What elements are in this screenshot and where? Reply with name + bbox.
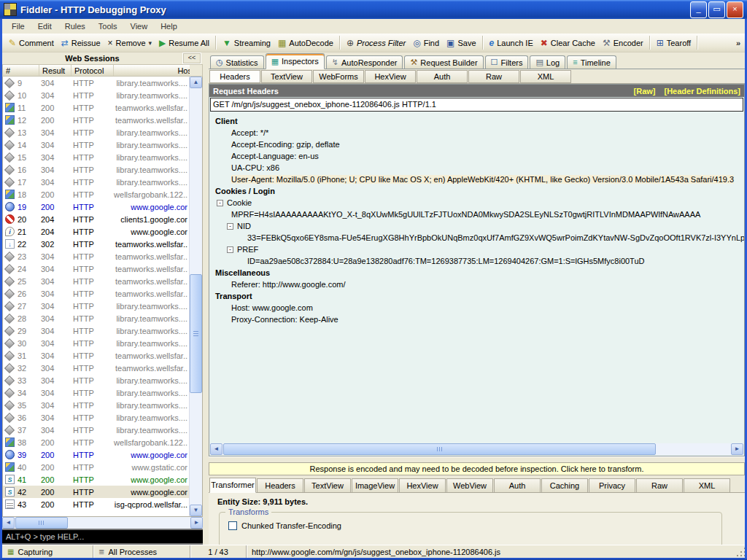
- session-row[interactable]: S42200HTTPwww.google.cor: [3, 486, 189, 498]
- header-item[interactable]: Referer: http://www.google.com/: [209, 279, 744, 290]
- request-tab-hexview[interactable]: HexView: [365, 70, 416, 83]
- request-tab-xml[interactable]: XML: [520, 70, 571, 83]
- tab-inspectors[interactable]: ▦Inspectors: [266, 53, 325, 69]
- collapse-expander-icon[interactable]: -: [227, 246, 233, 253]
- collapse-expander-icon[interactable]: -: [217, 200, 223, 206]
- column-host[interactable]: Host: [114, 65, 190, 76]
- header-item[interactable]: -PREF: [209, 244, 744, 255]
- toolbar-resume-all-button[interactable]: ▶Resume All: [155, 37, 213, 49]
- header-item[interactable]: UA-CPU: x86: [209, 162, 744, 174]
- tab-statistics[interactable]: ◷Statistics: [210, 55, 264, 69]
- toolbar-clear-cache-button[interactable]: ✖Clear Cache: [537, 37, 599, 49]
- menu-help[interactable]: Help: [154, 20, 184, 32]
- collapse-expander-icon[interactable]: -: [227, 223, 233, 230]
- header-definitions-link[interactable]: [Header Definitions]: [664, 87, 740, 96]
- minimize-button[interactable]: _: [690, 1, 707, 18]
- header-item[interactable]: -Cookie: [209, 197, 744, 209]
- session-row[interactable]: 18200HTTPwellsfargobank.122..: [3, 188, 189, 201]
- header-item[interactable]: Accept-Language: en-us: [209, 150, 744, 162]
- tab-autoresponder[interactable]: ↯AutoResponder: [326, 55, 403, 69]
- response-tab-auth[interactable]: Auth: [494, 478, 541, 492]
- session-row[interactable]: 20204HTTPclients1.google.cor: [3, 213, 189, 225]
- tab-request-builder[interactable]: ⚒Request Builder: [404, 55, 483, 69]
- session-row[interactable]: 26304HTTPteamworks.wellsfar..: [3, 287, 189, 300]
- column-protocol[interactable]: Protocol: [71, 65, 114, 76]
- header-item[interactable]: User-Agent: Mozilla/5.0 (iPhone; U; CPU …: [209, 174, 744, 185]
- restore-button[interactable]: ▭: [708, 1, 725, 18]
- column-number[interactable]: #: [3, 65, 39, 76]
- menu-edit[interactable]: Edit: [31, 20, 58, 32]
- toolbar-process-filter-button[interactable]: ⊕Process Filter: [343, 37, 409, 49]
- header-item[interactable]: Accept-Encoding: gzip, deflate: [209, 139, 744, 150]
- decode-notice-banner[interactable]: Response is encoded and may need to be d…: [209, 462, 745, 475]
- session-list-horizontal-scrollbar[interactable]: ◄ ►: [2, 517, 203, 529]
- session-row[interactable]: 9304HTTPlibrary.teamworks....: [3, 77, 189, 89]
- header-section-miscellaneous[interactable]: Miscellaneous: [209, 267, 744, 279]
- session-row[interactable]: i21204HTTPwww.google.cor: [3, 225, 189, 238]
- toolbar-streaming-button[interactable]: ▼Streaming: [219, 37, 274, 49]
- scroll-up-button[interactable]: ▲: [190, 77, 202, 88]
- tab-log[interactable]: ▤Log: [530, 55, 565, 69]
- scroll-right-button[interactable]: ►: [731, 443, 743, 455]
- request-response-splitter[interactable]: [209, 456, 745, 462]
- column-result[interactable]: Result: [39, 65, 71, 76]
- toolbar-launch-ie-button[interactable]: eLaunch IE: [486, 37, 537, 49]
- headers-horizontal-scrollbar[interactable]: ◄ ►: [210, 443, 743, 455]
- session-row[interactable]: 37304HTTPlibrary.teamworks....: [3, 424, 189, 436]
- scroll-left-button[interactable]: ◄: [2, 517, 15, 529]
- scroll-right-button[interactable]: ►: [190, 517, 203, 529]
- toolbar-autodecode-button[interactable]: ▦AutoDecode: [274, 37, 337, 49]
- process-filter-toggle[interactable]: ≣ All Processes: [93, 545, 190, 558]
- session-row[interactable]: 38200HTTPwellsfargobank.122..: [3, 436, 189, 448]
- session-row[interactable]: 34304HTTPlibrary.teamworks....: [3, 386, 189, 399]
- horizontal-scroll-thumb[interactable]: [223, 443, 656, 455]
- response-tab-privacy[interactable]: Privacy: [589, 478, 635, 492]
- response-tab-transformer[interactable]: Transformer: [209, 478, 256, 493]
- session-row[interactable]: 24304HTTPteamworks.wellsfar..: [3, 262, 189, 275]
- session-row[interactable]: 17304HTTPlibrary.teamworks....: [3, 176, 189, 188]
- response-tab-raw[interactable]: Raw: [636, 478, 683, 492]
- session-row[interactable]: 30304HTTPlibrary.teamworks....: [3, 337, 189, 349]
- session-row[interactable]: 28304HTTPlibrary.teamworks....: [3, 312, 189, 324]
- menu-file[interactable]: File: [5, 20, 31, 32]
- header-section-transport[interactable]: Transport: [209, 290, 744, 302]
- toolbar-save-button[interactable]: ▣Save: [443, 37, 479, 49]
- chunked-encoding-checkbox[interactable]: [228, 521, 237, 530]
- session-row[interactable]: 27304HTTPlibrary.teamworks....: [3, 300, 189, 312]
- capturing-toggle[interactable]: ▦ Capturing: [2, 545, 93, 558]
- request-tab-auth[interactable]: Auth: [417, 70, 468, 83]
- close-button[interactable]: ×: [727, 1, 743, 18]
- session-row[interactable]: 15304HTTPlibrary.teamworks....: [3, 151, 189, 163]
- response-tab-headers[interactable]: Headers: [257, 478, 303, 492]
- header-item[interactable]: -NID: [209, 220, 744, 232]
- response-tab-imageview[interactable]: ImageView: [352, 478, 398, 492]
- header-item[interactable]: Accept: */*: [209, 127, 744, 139]
- session-row[interactable]: 32304HTTPteamworks.wellsfar..: [3, 362, 189, 374]
- session-row[interactable]: 33304HTTPlibrary.teamworks....: [3, 374, 189, 386]
- menu-view[interactable]: View: [124, 20, 155, 32]
- response-tab-xml[interactable]: XML: [684, 478, 730, 492]
- quickexec-input[interactable]: ALT+Q > type HELP...: [2, 529, 203, 545]
- header-item[interactable]: ID=aa29ae508c372884:U=28a9e138280adf76:T…: [209, 255, 744, 267]
- header-item[interactable]: Proxy-Connection: Keep-Alive: [209, 314, 744, 325]
- header-item[interactable]: 33=FEBkQ5qxo6EY8sma-FUe54ErugXG8HhYrBpbO…: [209, 232, 744, 244]
- request-tab-raw[interactable]: Raw: [468, 70, 519, 83]
- session-row[interactable]: 12200HTTPteamworks.wellsfar..: [3, 114, 189, 126]
- session-row[interactable]: 43200HTTPisg-qcprod.wellsfar...: [3, 498, 189, 510]
- session-row[interactable]: 19200HTTPwww.google.cor: [3, 201, 189, 213]
- toolbar-tearoff-button[interactable]: ⊞Tearoff: [653, 37, 695, 49]
- toolbar-find-button[interactable]: ◎Find: [409, 37, 443, 49]
- session-row[interactable]: 29304HTTPlibrary.teamworks....: [3, 324, 189, 337]
- session-row[interactable]: 14304HTTPlibrary.teamworks....: [3, 139, 189, 151]
- panel-splitter[interactable]: [203, 52, 209, 545]
- raw-link[interactable]: [Raw]: [634, 87, 656, 96]
- session-row[interactable]: 10304HTTPlibrary.teamworks....: [3, 89, 189, 101]
- request-tab-headers[interactable]: Headers: [209, 70, 260, 83]
- header-item[interactable]: Host: www.google.com: [209, 302, 744, 314]
- toolbar-reissue-button[interactable]: ⇄Reissue: [58, 37, 104, 49]
- session-row[interactable]: 31304HTTPteamworks.wellsfar..: [3, 349, 189, 362]
- header-item[interactable]: MPRF=H4sIAAAAAAAAAKtYO_X-t_8qXUwMk5gUUlL…: [209, 209, 744, 220]
- header-section-client[interactable]: Client: [209, 115, 744, 127]
- response-tab-textview[interactable]: TextView: [304, 478, 351, 492]
- session-row[interactable]: S41200HTTPwww.google.cor: [3, 473, 189, 486]
